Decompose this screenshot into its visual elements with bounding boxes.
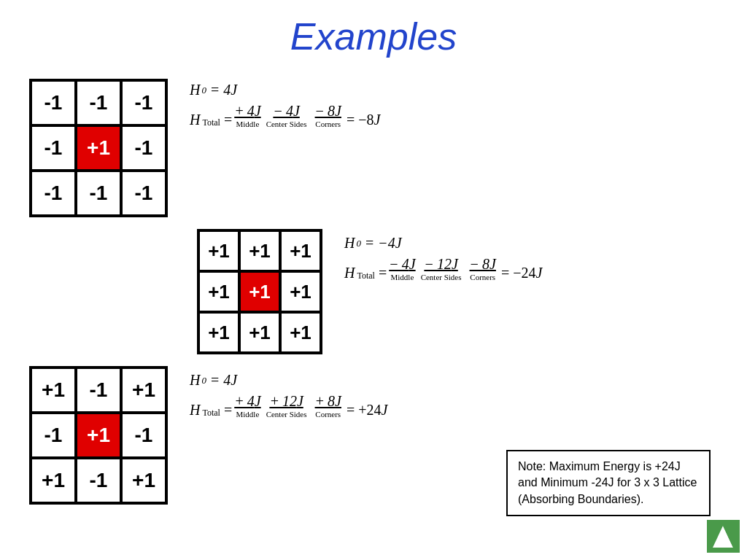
eq2-htotal: HTotal = − 4J Middle − 12J Center Sides … xyxy=(344,256,542,281)
g2-cell-0-1: +1 xyxy=(239,230,280,271)
g2-cell-1-2: +1 xyxy=(280,271,321,312)
g3-cell-0-2: +1 xyxy=(121,368,166,413)
eq2-corners: − 8J Corners xyxy=(470,256,496,281)
g2-cell-1-1-red: +1 xyxy=(239,271,280,312)
g2-cell-1-0: +1 xyxy=(198,271,239,312)
page: Examples -1 -1 -1 -1 +1 -1 -1 -1 -1 H0 =… xyxy=(0,0,747,560)
cell-0-0: -1 xyxy=(31,80,76,125)
cell-2-2: -1 xyxy=(121,171,166,216)
eq3-middle: + 4J Middle xyxy=(234,393,260,419)
note-box: Note: Maximum Energy is +24J and Minimum… xyxy=(506,450,711,516)
g2-cell-0-0: +1 xyxy=(198,230,239,271)
g3-cell-2-2: +1 xyxy=(121,458,166,503)
equations-3: H0 = 4J HTotal = + 4J Middle + 12J Cente… xyxy=(190,369,387,419)
g3-cell-1-1-red: +1 xyxy=(76,413,121,458)
cell-1-0: -1 xyxy=(31,125,76,171)
eq3-h0: H0 = 4J xyxy=(190,372,387,389)
g2-cell-2-2: +1 xyxy=(280,312,321,353)
eq1-middle: + 4J Middle xyxy=(234,103,260,128)
eq3-corners: + 8J Corners xyxy=(315,393,341,419)
g3-cell-1-2: -1 xyxy=(121,413,166,458)
cell-2-1: -1 xyxy=(76,171,121,216)
cell-1-1-red: +1 xyxy=(76,125,121,171)
equations-2: H0 = −4J HTotal = − 4J Middle − 12J Cent… xyxy=(344,232,542,281)
grid-3: +1 -1 +1 -1 +1 -1 +1 -1 +1 xyxy=(29,366,168,505)
g3-cell-0-1: -1 xyxy=(76,368,121,413)
cell-0-2: -1 xyxy=(121,80,166,125)
logo-icon xyxy=(707,520,740,553)
g3-cell-2-0: +1 xyxy=(31,458,76,503)
eq1-h0: H0 = 4J xyxy=(190,82,380,98)
cell-2-0: -1 xyxy=(31,171,76,216)
cell-1-2: -1 xyxy=(121,125,166,171)
equations-1: H0 = 4J HTotal = + 4J Middle − 4J Center… xyxy=(190,79,380,128)
eq1-corners: − 8J Corners xyxy=(315,103,341,128)
eq3-htotal: HTotal = + 4J Middle + 12J Center Sides … xyxy=(190,393,387,419)
g2-cell-0-2: +1 xyxy=(280,230,321,271)
cell-0-1: -1 xyxy=(76,80,121,125)
eq2-center-sides: − 12J Center Sides xyxy=(421,256,462,281)
page-title: Examples xyxy=(29,15,718,58)
eq2-h0: H0 = −4J xyxy=(344,235,542,252)
grid-2: +1 +1 +1 +1 +1 +1 +1 +1 +1 xyxy=(197,229,322,354)
eq1-htotal: HTotal = + 4J Middle − 4J Center Sides −… xyxy=(190,103,380,128)
g3-cell-1-0: -1 xyxy=(31,413,76,458)
g2-cell-2-0: +1 xyxy=(198,312,239,353)
g3-cell-0-0: +1 xyxy=(31,368,76,413)
note-text: Note: Maximum Energy is +24J and Minimum… xyxy=(518,460,697,505)
eq1-center-sides: − 4J Center Sides xyxy=(266,103,307,128)
g2-cell-2-1: +1 xyxy=(239,312,280,353)
eq2-middle: − 4J Middle xyxy=(389,256,415,281)
grid-1: -1 -1 -1 -1 +1 -1 -1 -1 -1 xyxy=(29,79,168,217)
g3-cell-2-1: -1 xyxy=(76,458,121,503)
eq3-center-sides: + 12J Center Sides xyxy=(266,393,307,419)
